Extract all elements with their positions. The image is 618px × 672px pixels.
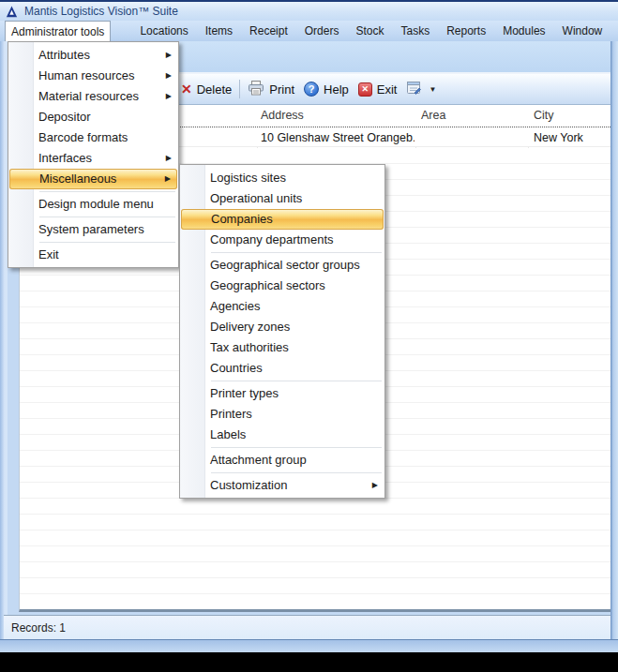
delete-button[interactable]: ✕ Delete [176,81,236,98]
print-button[interactable]: Print [243,79,299,100]
cell-address: 10 Glenshaw Street Orangeb... [261,131,415,144]
menu-item-miscellaneous[interactable]: Miscellaneous ▶ [9,169,177,189]
menu-item-system-parameters[interactable]: System parameters [8,219,178,240]
menu-item-printer-types[interactable]: Printer types [180,383,384,404]
window-title: Mantis Logistics Vision™ Suite [24,5,178,18]
menubar-item-orders[interactable]: Orders [296,21,348,41]
menubar-item-reports[interactable]: Reports [438,21,494,41]
column-header-address[interactable]: Address [261,109,304,122]
menu-item-operational-units[interactable]: Operational units [180,188,384,209]
menu-separator [39,191,175,192]
menu-item-exit[interactable]: Exit [8,245,178,265]
help-icon: ? [304,82,319,97]
miscellaneous-submenu: Logistics sites Operational units Compan… [179,164,385,499]
menubar-item-tasks[interactable]: Tasks [392,21,438,41]
submenu-arrow-icon: ▶ [372,475,378,496]
exit-button[interactable]: ✕ Exit [354,81,402,98]
menu-item-attributes[interactable]: Attributes ▶ [8,45,178,66]
menubar-item-receipt[interactable]: Receipt [241,21,296,41]
column-header-area[interactable]: Area [421,109,445,122]
menu-separator [211,447,382,448]
menu-separator [39,217,175,217]
records-count-label: Records: 1 [11,621,66,635]
menu-item-design-module-menu[interactable]: Design module menu [8,194,178,215]
menubar-item-window[interactable]: Window [554,21,611,41]
menubar-item-administrator-tools[interactable]: Administrator tools [5,21,111,41]
submenu-arrow-icon: ▶ [165,169,171,189]
menu-separator [211,252,382,253]
menu-item-geographical-sectors[interactable]: Geographical sectors [180,276,384,296]
menu-item-company-departments[interactable]: Company departments [180,230,384,250]
column-header-city[interactable]: City [534,109,554,122]
status-bar: Records: 1 [4,615,610,639]
menu-item-companies[interactable]: Companies [181,209,384,230]
exit-icon: ✕ [358,82,372,97]
export-dropdown-button[interactable]: ▼ [401,79,441,99]
screen: Mantis Logistics Vision™ Suite Administr… [0,0,618,672]
title-bar: Mantis Logistics Vision™ Suite [0,2,618,21]
window-bottom-border [0,639,618,652]
menu-item-customization[interactable]: Customization ▶ [180,475,384,496]
menu-separator [211,472,382,473]
menu-item-countries[interactable]: Countries [180,358,384,379]
menu-item-depositor[interactable]: Depositor [8,107,178,127]
window-right-border [610,41,618,639]
exit-button-label: Exit [377,82,398,97]
menu-item-human-resources[interactable]: Human resources ▶ [8,66,178,86]
menu-item-agencies[interactable]: Agencies [180,296,384,317]
menu-item-tax-authorities[interactable]: Tax authorities [180,337,384,358]
menu-separator [39,242,175,243]
submenu-arrow-icon: ▶ [166,66,172,86]
delete-x-icon: ✕ [181,82,192,96]
printer-icon [248,81,264,98]
menu-separator [211,381,382,381]
help-button-label: Help [324,82,349,97]
submenu-arrow-icon: ▶ [166,45,172,66]
menubar-item-locations[interactable]: Locations [131,21,196,41]
menu-item-printers[interactable]: Printers [180,404,384,425]
toolbar-separator [239,80,240,98]
help-button[interactable]: ? Help [299,80,354,98]
administrator-tools-menu: Attributes ▶ Human resources ▶ Material … [8,41,179,268]
menu-item-attachment-group[interactable]: Attachment group [180,450,384,470]
submenu-arrow-icon: ▶ [166,86,172,107]
menu-bar: Administrator tools Locations Items Rece… [0,21,618,41]
menu-item-logistics-sites[interactable]: Logistics sites [180,168,384,188]
menubar-item-items[interactable]: Items [197,21,241,41]
menubar-item-stock[interactable]: Stock [347,21,392,41]
menu-item-labels[interactable]: Labels [180,425,384,445]
delete-button-label: Delete [197,82,233,97]
menu-item-geographical-sector-groups[interactable]: Geographical sector groups [180,255,384,276]
cell-city: New York [534,131,583,144]
chevron-down-icon: ▼ [429,85,436,94]
menubar-item-modules[interactable]: Modules [494,21,553,41]
print-button-label: Print [269,82,294,97]
window-left-border [0,41,8,639]
app-logo-icon [5,5,19,19]
submenu-arrow-icon: ▶ [166,148,172,169]
menu-item-delivery-zones[interactable]: Delivery zones [180,317,384,337]
menu-item-material-resources[interactable]: Material resources ▶ [8,86,178,107]
menu-item-interfaces[interactable]: Interfaces ▶ [8,148,178,169]
menu-item-barcode-formats[interactable]: Barcode formats [8,127,178,148]
form-window-icon [406,81,421,97]
